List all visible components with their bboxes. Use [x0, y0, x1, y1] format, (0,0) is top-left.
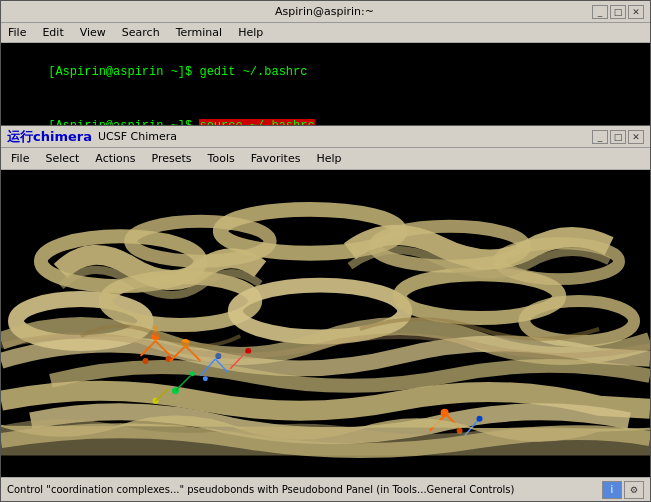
terminal-menu-terminal[interactable]: Terminal	[173, 25, 226, 40]
chimera-title-text: UCSF Chimera	[98, 130, 177, 143]
terminal-body[interactable]: [Aspirin@aspirin ~]$ gedit ~/.bashrc [As…	[1, 43, 650, 131]
terminal-menu-help[interactable]: Help	[235, 25, 266, 40]
chimera-window-controls: _ □ ✕	[592, 130, 644, 144]
svg-point-28	[190, 371, 195, 376]
svg-point-15	[143, 358, 149, 364]
chimera-window: 运行chimera UCSF Chimera _ □ ✕ File Select…	[0, 125, 651, 502]
chimera-menu-file[interactable]: File	[7, 150, 33, 167]
protein-visualization	[1, 170, 650, 479]
svg-point-23	[203, 376, 208, 381]
chimera-menubar: File Select Actions Presets Tools Favori…	[1, 148, 650, 170]
terminal-menu-file[interactable]: File	[5, 25, 29, 40]
terminal-title: Aspirin@aspirin:~	[57, 5, 592, 18]
chimera-menu-favorites[interactable]: Favorites	[247, 150, 305, 167]
chimera-maximize-button[interactable]: □	[610, 130, 626, 144]
chimera-viewport[interactable]	[1, 170, 650, 479]
chimera-minimize-button[interactable]: _	[592, 130, 608, 144]
terminal-window-controls: _ □ ✕	[592, 5, 644, 19]
chimera-menu-presets[interactable]: Presets	[148, 150, 196, 167]
terminal-titlebar: Aspirin@aspirin:~ _ □ ✕	[1, 1, 650, 23]
chimera-close-button[interactable]: ✕	[628, 130, 644, 144]
svg-point-36	[477, 416, 483, 422]
terminal-close-button[interactable]: ✕	[628, 5, 644, 19]
terminal-line-1: [Aspirin@aspirin ~]$ gedit ~/.bashrc	[5, 45, 646, 99]
status-icon-1[interactable]: i	[602, 481, 622, 499]
terminal-window: Aspirin@aspirin:~ _ □ ✕ File Edit View S…	[0, 0, 651, 130]
terminal-menubar: File Edit View Search Terminal Help	[1, 23, 650, 43]
chimera-menu-help[interactable]: Help	[312, 150, 345, 167]
terminal-menu-edit[interactable]: Edit	[39, 25, 66, 40]
chimera-title-chinese: 运行chimera	[7, 128, 92, 146]
status-icon-2[interactable]: ⚙	[624, 481, 644, 499]
status-icons: i ⚙	[602, 481, 644, 499]
chimera-menu-actions[interactable]: Actions	[91, 150, 139, 167]
terminal-menu-search[interactable]: Search	[119, 25, 163, 40]
terminal-maximize-button[interactable]: □	[610, 5, 626, 19]
chimera-statusbar: Control "coordination complexes..." pseu…	[1, 477, 650, 501]
chimera-status-text: Control "coordination complexes..." pseu…	[7, 484, 602, 495]
chimera-menu-tools[interactable]: Tools	[204, 150, 239, 167]
chimera-titlebar: 运行chimera UCSF Chimera _ □ ✕	[1, 126, 650, 148]
terminal-minimize-button[interactable]: _	[592, 5, 608, 19]
chimera-menu-select[interactable]: Select	[41, 150, 83, 167]
terminal-menu-view[interactable]: View	[77, 25, 109, 40]
